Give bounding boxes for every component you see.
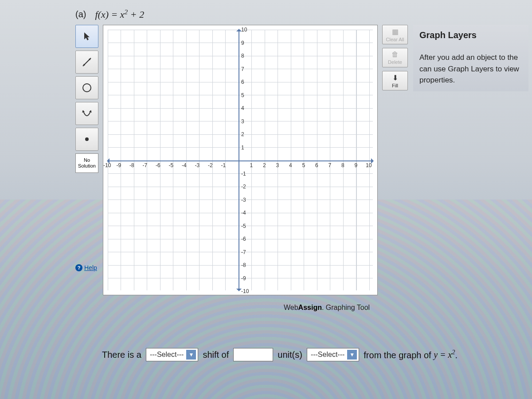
clear-all-label: Clear All: [386, 37, 404, 42]
answer-sentence: There is a ---Select--- ▼ shift of unit(…: [102, 348, 458, 361]
y-tick-label: -4: [241, 210, 246, 216]
y-tick-label: -9: [241, 275, 246, 282]
answer-mid: shift of: [203, 350, 229, 360]
line-tool[interactable]: [75, 51, 98, 74]
y-tick-label: -5: [241, 223, 246, 229]
no-solution-button[interactable]: No Solution: [75, 153, 98, 173]
fill-icon: ⬇: [392, 74, 398, 82]
x-tick-label: -4: [182, 162, 187, 168]
x-tick-label: 7: [329, 162, 332, 168]
point-icon: [84, 137, 90, 142]
clear-icon: ▦: [392, 27, 399, 36]
svg-point-3: [83, 84, 91, 92]
graph-layers-panel: Graph Layers After you add an object to …: [413, 25, 528, 91]
units-label: unit(s): [278, 350, 302, 360]
line-icon: [81, 56, 93, 68]
x-tick-label: -6: [156, 162, 160, 168]
y-tick-label: 8: [241, 53, 244, 59]
y-tick-label: 2: [241, 131, 244, 137]
x-tick-label: 6: [315, 162, 318, 168]
x-axis: [108, 160, 373, 161]
y-tick-label: -7: [241, 249, 246, 255]
x-axis-arrow-right: [371, 158, 376, 164]
pointer-tool[interactable]: [75, 25, 98, 48]
trash-icon: 🗑: [391, 51, 399, 59]
help-link[interactable]: Help: [75, 264, 100, 271]
y-tick-label: -1: [241, 171, 246, 177]
circle-icon: [81, 82, 93, 94]
y-tick-label: -10: [241, 288, 249, 294]
clear-all-button[interactable]: ▦ Clear All: [382, 25, 408, 44]
problem-header: (a) f(x) = x2 + 2: [75, 8, 532, 20]
y-axis: [239, 30, 239, 290]
part-label: (a): [75, 9, 86, 20]
x-tick-label: -8: [129, 162, 134, 168]
pointer-icon: [83, 31, 91, 41]
y-tick-label: 5: [241, 92, 244, 98]
x-tick-label: 3: [276, 162, 279, 168]
x-tick-label: -7: [143, 162, 148, 168]
x-tick-label: 5: [302, 162, 305, 168]
answer-suffix: from the graph of y = x2.: [364, 349, 458, 360]
delete-button[interactable]: 🗑 Delete: [382, 48, 408, 67]
function-expression: f(x) = x2 + 2: [95, 8, 144, 20]
fill-label: Fill: [392, 83, 398, 88]
x-tick-label: 2: [263, 162, 266, 168]
x-tick-label: -3: [195, 162, 200, 168]
layers-title: Graph Layers: [419, 30, 522, 40]
y-tick-label: 7: [241, 66, 244, 72]
no-solution-label: No Solution: [76, 157, 98, 169]
y-tick-label: -3: [241, 197, 246, 203]
x-tick-label: 10: [366, 162, 372, 168]
x-tick-label: -2: [208, 162, 213, 168]
parabola-icon: [81, 108, 93, 119]
layers-description: After you add an object to the can use G…: [419, 52, 522, 86]
graph-grid: [108, 30, 373, 290]
chevron-down-icon: ▼: [347, 350, 357, 360]
direction-select[interactable]: ---Select--- ▼: [146, 348, 198, 361]
x-tick-label: -5: [169, 162, 174, 168]
parabola-tool[interactable]: [75, 102, 98, 125]
x-tick-label: -10: [103, 162, 111, 168]
circle-tool[interactable]: [75, 76, 98, 99]
direction2-select-value: ---Select---: [311, 351, 344, 359]
x-tick-label: 9: [355, 162, 358, 168]
y-tick-label: -2: [241, 184, 246, 190]
x-tick-label: -9: [117, 162, 121, 168]
y-tick-label: -6: [241, 236, 246, 242]
delete-label: Delete: [388, 59, 402, 65]
graph-canvas[interactable]: -10-9-8-7-6-5-4-3-2-11234567891010987654…: [103, 25, 378, 295]
x-tick-label: 8: [341, 162, 344, 168]
x-tick-label: -1: [221, 162, 226, 168]
shift-amount-input[interactable]: [233, 348, 273, 361]
graph-action-buttons: ▦ Clear All 🗑 Delete ⬇ Fill: [382, 25, 408, 90]
y-tick-label: 1: [241, 145, 244, 151]
y-tick-label: 6: [241, 79, 244, 85]
fill-button[interactable]: ⬇ Fill: [382, 71, 408, 90]
y-tick-label: -8: [241, 262, 246, 268]
chevron-down-icon: ▼: [186, 350, 196, 360]
brand-footer: WebAssign. Graphing Tool: [284, 304, 370, 312]
direction2-select[interactable]: ---Select--- ▼: [307, 348, 359, 361]
direction-select-value: ---Select---: [150, 351, 184, 359]
x-tick-label: 1: [250, 162, 253, 168]
y-tick-label: 3: [241, 118, 244, 125]
tool-palette: No Solution Help: [75, 25, 100, 271]
svg-point-6: [85, 137, 89, 141]
x-tick-label: 4: [289, 162, 292, 168]
answer-prefix: There is a: [102, 350, 141, 360]
y-tick-label: 10: [241, 27, 247, 33]
point-tool[interactable]: [75, 128, 98, 151]
help-label: Help: [84, 264, 97, 271]
y-tick-label: 9: [241, 40, 244, 46]
y-tick-label: 4: [241, 105, 244, 111]
